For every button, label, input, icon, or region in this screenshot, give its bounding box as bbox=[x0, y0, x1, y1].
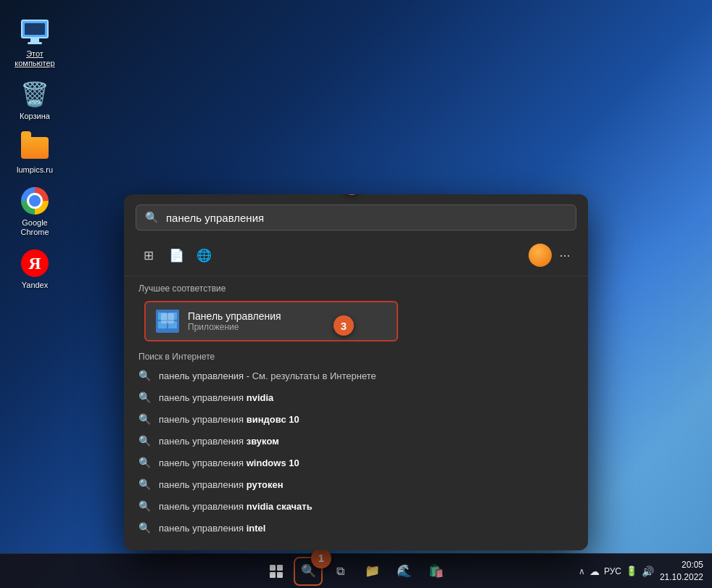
search-result-text-3: панель управления виндовс 10 bbox=[159, 414, 299, 425]
edge-icon: 🌊 bbox=[397, 563, 412, 579]
desktop-icon-chrome[interactable]: Google Chrome bbox=[9, 183, 61, 240]
best-match-text: Панель управления Приложение bbox=[188, 310, 281, 332]
desktop-icon-this-pc[interactable]: Этот компьютер bbox=[9, 15, 61, 71]
search-result-icon-6: 🔍 bbox=[138, 479, 150, 490]
search-result-icon-7: 🔍 bbox=[138, 500, 150, 512]
yandex-label: Yandex bbox=[22, 281, 49, 290]
desktop-icon-lumpics[interactable]: lumpics.ru bbox=[9, 131, 61, 178]
chrome-label: Google Chrome bbox=[12, 218, 58, 237]
search-result-icon-8: 🔍 bbox=[138, 522, 150, 534]
taskbar-center: 🔍 1 ⧉ 📁 🌊 🛍️ bbox=[262, 557, 450, 586]
globe-icon: 🌐 bbox=[196, 248, 212, 263]
start-button[interactable] bbox=[262, 557, 291, 586]
search-result-icon-5: 🔍 bbox=[138, 457, 150, 468]
document-icon: 📄 bbox=[169, 248, 184, 263]
search-input-area: 🔍 2 bbox=[124, 194, 588, 238]
volume-icon[interactable]: 🔊 bbox=[642, 566, 654, 577]
time-display: 20:05 bbox=[660, 559, 703, 571]
search-result-icon-3: 🔍 bbox=[138, 413, 150, 425]
desktop-icons-area: Этот компьютер 🗑️ Корзина lumpics.ru Goo… bbox=[9, 15, 61, 293]
search-result-text-4: панель управления звуком bbox=[159, 436, 279, 447]
this-pc-label: Этот компьютер bbox=[15, 49, 54, 68]
monitor-icon bbox=[20, 17, 49, 46]
language-indicator[interactable]: РУС bbox=[604, 566, 621, 576]
search-result-text-6: панель управления рутокен bbox=[159, 479, 283, 490]
chrome-icon bbox=[20, 186, 49, 215]
search-result-internet-2[interactable]: 🔍 панель управления nvidia bbox=[124, 386, 588, 408]
search-result-text-5: панель управления windows 10 bbox=[159, 457, 299, 468]
search-icon: 🔍 bbox=[145, 211, 159, 224]
store-button[interactable]: 🛍️ bbox=[421, 557, 450, 586]
best-match-title: Панель управления bbox=[188, 310, 281, 322]
search-input[interactable] bbox=[166, 212, 567, 224]
search-result-internet-7[interactable]: 🔍 панель управления nvidia скачать bbox=[124, 495, 588, 517]
search-result-internet-1[interactable]: 🔍 панель управления - См. результаты в И… bbox=[124, 365, 588, 386]
search-result-internet-3[interactable]: 🔍 панель управления виндовс 10 bbox=[124, 408, 588, 430]
step-badge-3-container: 3 bbox=[341, 194, 362, 195]
search-result-icon-4: 🔍 bbox=[138, 435, 150, 447]
search-result-text-7: панель управления nvidia скачать bbox=[159, 501, 312, 512]
desktop: Этот компьютер 🗑️ Корзина lumpics.ru Goo… bbox=[0, 0, 712, 588]
control-panel-img bbox=[156, 310, 179, 333]
windows-logo-icon bbox=[270, 565, 283, 578]
web-filter-button[interactable]: 🌐 bbox=[191, 242, 217, 268]
search-input-box[interactable]: 🔍 bbox=[136, 204, 576, 231]
folder-icon bbox=[20, 133, 49, 162]
taskview-icon: ⧉ bbox=[336, 565, 344, 578]
step-badge-3-abs: 3 bbox=[334, 315, 354, 336]
search-result-text-1: панель управления - См. результаты в Инт… bbox=[159, 370, 376, 381]
search-taskbar-wrapper: 🔍 1 bbox=[294, 557, 323, 586]
search-result-internet-4[interactable]: 🔍 панель управления звуком bbox=[124, 430, 588, 452]
recycle-bin-label: Корзина bbox=[20, 112, 50, 121]
network-icon[interactable]: ☁ bbox=[589, 566, 600, 577]
step-badge-1: 1 bbox=[311, 548, 331, 568]
folder-taskbar-icon: 📁 bbox=[365, 563, 380, 579]
files-filter-button[interactable]: 📄 bbox=[163, 242, 189, 268]
search-result-internet-6[interactable]: 🔍 панель управления рутокен bbox=[124, 473, 588, 495]
recycle-icon: 🗑️ bbox=[20, 80, 49, 109]
search-result-icon-2: 🔍 bbox=[138, 392, 150, 403]
date-display: 21.10.2022 bbox=[660, 571, 703, 584]
explorer-button[interactable]: 📁 bbox=[357, 557, 386, 586]
best-match-item[interactable]: Панель управления Приложение bbox=[144, 301, 398, 341]
internet-search-section-label: Поиск в Интернете bbox=[124, 344, 588, 365]
tray-icons: ∧ ☁ РУС 🔋 🔊 bbox=[579, 566, 654, 577]
apps-filter-button[interactable]: ⊞ bbox=[136, 242, 162, 268]
search-result-text-2: панель управления nvidia bbox=[159, 392, 273, 403]
search-result-icon-1: 🔍 bbox=[138, 370, 150, 381]
battery-icon: 🔋 bbox=[626, 566, 637, 576]
chevron-up-icon[interactable]: ∧ bbox=[579, 566, 585, 576]
yandex-icon: Я bbox=[20, 249, 49, 278]
search-toolbar: ⊞ 📄 🌐 ··· bbox=[124, 238, 588, 276]
search-taskbar-icon: 🔍 bbox=[301, 563, 316, 579]
search-result-text-8: панель управления intel bbox=[159, 523, 265, 534]
search-popup: 🔍 2 bbox=[124, 194, 588, 550]
search-result-internet-5[interactable]: 🔍 панель управления windows 10 bbox=[124, 452, 588, 473]
search-input-wrapper: 🔍 2 bbox=[136, 204, 576, 231]
svg-rect-6 bbox=[168, 321, 177, 328]
clock[interactable]: 20:05 21.10.2022 bbox=[660, 559, 703, 584]
svg-rect-3 bbox=[158, 312, 167, 320]
svg-rect-5 bbox=[158, 321, 167, 328]
control-panel-icon bbox=[156, 310, 179, 333]
store-icon: 🛍️ bbox=[429, 563, 444, 579]
taskbar-right: ∧ ☁ РУС 🔋 🔊 20:05 21.10.2022 bbox=[579, 559, 712, 584]
taskbar: 🔍 1 ⧉ 📁 🌊 🛍️ ∧ ☁ bbox=[0, 553, 712, 588]
best-match-section: Панель управления Приложение 3 bbox=[124, 301, 588, 341]
desktop-icon-recycle-bin[interactable]: 🗑️ Корзина bbox=[9, 77, 61, 124]
lumpics-label: lumpics.ru bbox=[17, 165, 53, 175]
apps-icon: ⊞ bbox=[144, 248, 154, 263]
step-badge-3: 3 bbox=[341, 194, 362, 195]
step-badge-3-circle: 3 bbox=[334, 315, 354, 336]
best-match-subtitle: Приложение bbox=[188, 322, 281, 332]
edge-button[interactable]: 🌊 bbox=[389, 557, 418, 586]
svg-rect-4 bbox=[168, 312, 177, 320]
search-result-internet-8[interactable]: 🔍 панель управления intel bbox=[124, 517, 588, 539]
more-options-button[interactable]: ··· bbox=[553, 244, 576, 267]
desktop-icon-yandex[interactable]: Я Yandex bbox=[9, 246, 61, 293]
best-match-section-label: Лучшее соответствие bbox=[124, 276, 588, 298]
user-avatar[interactable] bbox=[529, 244, 552, 267]
